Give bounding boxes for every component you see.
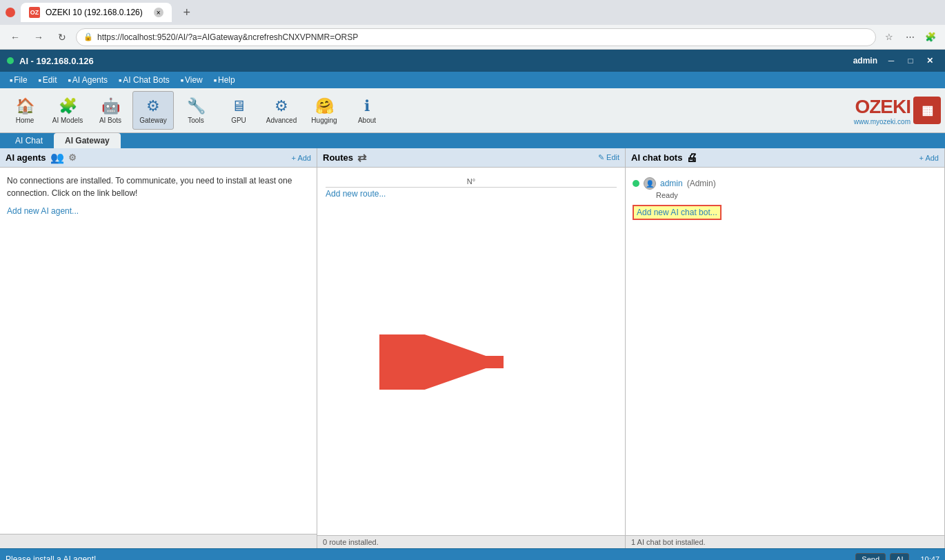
gateway-icon: ⚙ <box>146 97 160 115</box>
agents-footer <box>0 534 317 548</box>
tabbar: AI Chat AI Gateway <box>0 133 945 148</box>
chatbots-panel-header: AI chat bots 🖨 + Add <box>626 148 944 168</box>
ai-btn[interactable]: AI <box>890 553 909 561</box>
agents-panel-title: AI agents 👥 ⚙ <box>6 151 77 164</box>
ozeki-logo: OZEKI www.myozeki.com <box>854 96 911 126</box>
refresh-btn[interactable]: ↻ <box>52 28 72 47</box>
minimize-btn[interactable]: ─ <box>883 52 899 69</box>
browser-dot-red <box>6 8 15 17</box>
window-controls: ─ □ ✕ <box>883 52 938 69</box>
gateway-btn[interactable]: ⚙ Gateway <box>132 91 174 130</box>
tools-label: Tools <box>188 117 203 124</box>
forward-btn[interactable]: → <box>29 28 48 47</box>
gpu-btn[interactable]: 🖥 GPU <box>218 91 259 130</box>
tools-icon: 🔧 <box>187 97 206 115</box>
browser-tab-close[interactable]: × <box>154 8 163 17</box>
new-tab-btn[interactable]: + <box>177 3 197 22</box>
ai-models-icon: 🧩 <box>59 97 77 115</box>
ozeki-logo-icon: ▦ <box>913 97 941 124</box>
hugging-label: Hugging <box>311 117 337 124</box>
agents-add-btn[interactable]: + Add <box>292 154 311 162</box>
agents-settings-icon: ⚙ <box>68 152 77 163</box>
menu-ai-chat-bots[interactable]: AI Chat Bots <box>113 72 175 88</box>
chatbot-entry: 👤 admin (Admin) Ready <box>633 174 937 202</box>
ai-bots-btn[interactable]: 🤖 AI Bots <box>90 91 131 130</box>
chatbot-user-row: 👤 admin (Admin) <box>633 177 937 190</box>
chatbots-print-icon: 🖨 <box>686 152 697 164</box>
agents-message: No connections are installed. To communi… <box>7 174 310 199</box>
ozeki-logo-symbol: ▦ <box>922 103 933 118</box>
home-icon: 🏠 <box>16 97 34 115</box>
advanced-icon: ⚙ <box>275 97 288 115</box>
menu-view[interactable]: View <box>175 72 208 88</box>
browser-titlebar: OZ OZEKI 10 (192.168.0.126) × + <box>0 0 945 25</box>
about-label: About <box>358 117 376 124</box>
routes-panel-body: N° Add new route... <box>317 168 625 535</box>
more-btn[interactable]: ⋯ <box>901 28 919 46</box>
chatbots-panel-title: AI chat bots 🖨 <box>631 152 697 164</box>
add-ai-agent-link[interactable]: Add new AI agent... <box>7 206 79 216</box>
routes-icon: ⇄ <box>357 151 366 164</box>
browser-tab-icon: OZ <box>29 7 40 18</box>
tools-btn[interactable]: 🔧 Tools <box>175 91 217 130</box>
routes-table: N° Add new route... <box>324 174 618 200</box>
bookmark-btn[interactable]: ☆ <box>880 28 898 46</box>
chatbot-status-dot <box>633 180 639 187</box>
about-btn[interactable]: ℹ About <box>346 91 388 130</box>
send-btn[interactable]: Send <box>855 553 886 561</box>
home-btn[interactable]: 🏠 Home <box>4 91 46 130</box>
menu-file[interactable]: File <box>4 72 33 88</box>
add-new-route-link[interactable]: Add new route... <box>326 189 386 199</box>
gateway-label: Gateway <box>139 117 166 124</box>
chatbot-role: (Admin) <box>687 179 716 188</box>
browser-tab-title: OZEKI 10 (192.168.0.126) <box>46 8 143 17</box>
menu-edit[interactable]: Edit <box>33 72 63 88</box>
close-btn[interactable]: ✕ <box>922 52 938 69</box>
app-title: AI - 192.168.0.126 <box>19 56 94 66</box>
home-label: Home <box>16 117 34 124</box>
extensions-btn[interactable]: 🧩 <box>922 28 939 46</box>
statusbar-message: Please install a AI agent! <box>6 554 96 561</box>
gpu-label: GPU <box>231 117 246 124</box>
chatbots-panel-body: 👤 admin (Admin) Ready Add new AI chat bo… <box>626 168 944 535</box>
menu-help[interactable]: Help <box>208 72 241 88</box>
browser-dots <box>6 8 15 17</box>
routes-panel: Routes ⇄ ✎ Edit N° Add new route. <box>317 148 626 548</box>
agents-panel: AI agents 👥 ⚙ + Add No connections are i… <box>0 148 317 548</box>
app-status-dot <box>7 57 14 64</box>
agents-panel-body: No connections are installed. To communi… <box>0 168 317 534</box>
agents-panel-header: AI agents 👥 ⚙ + Add <box>0 148 317 168</box>
advanced-btn[interactable]: ⚙ Advanced <box>261 91 302 130</box>
ai-models-btn[interactable]: 🧩 AI Models <box>47 91 88 130</box>
menu-ai-agents[interactable]: AI Agents <box>63 72 114 88</box>
chatbots-add-btn[interactable]: + Add <box>919 154 939 162</box>
routes-panel-header: Routes ⇄ ✎ Edit <box>317 148 625 168</box>
ozeki-sub-text: www.myozeki.com <box>854 118 911 126</box>
statusbar: Please install a AI agent! Send AI 10:47 <box>0 548 945 560</box>
back-btn[interactable]: ← <box>6 28 25 47</box>
ai-bots-label: AI Bots <box>99 117 121 124</box>
browser-tab[interactable]: OZ OZEKI 10 (192.168.0.126) × <box>21 3 172 22</box>
routes-footer: 0 route installed. <box>317 535 625 548</box>
add-new-chat-bot-link[interactable]: Add new AI chat bot... <box>633 205 722 220</box>
routes-edit-btn[interactable]: ✎ Edit <box>598 153 619 162</box>
app-titlebar: AI - 192.168.0.126 admin ─ □ ✕ <box>0 50 945 72</box>
address-lock-icon: 🔒 <box>83 32 93 41</box>
maximize-btn[interactable]: □ <box>902 52 919 69</box>
ai-models-label: AI Models <box>52 117 83 124</box>
hugging-btn[interactable]: 🤗 Hugging <box>304 91 345 130</box>
chatbot-username[interactable]: admin <box>660 179 683 188</box>
routes-col-n: N° <box>326 176 617 188</box>
address-bar[interactable]: 🔒 https://localhost:9520/AI/?a=AIGateway… <box>76 28 876 46</box>
advanced-label: Advanced <box>266 117 297 124</box>
chatbot-ready-status: Ready <box>633 191 937 199</box>
routes-panel-title: Routes ⇄ <box>323 151 366 164</box>
tab-ai-chat[interactable]: AI Chat <box>4 133 54 148</box>
tab-ai-gateway[interactable]: AI Gateway <box>54 133 121 148</box>
clock: 10:47 <box>920 555 939 561</box>
admin-label: admin <box>853 56 877 66</box>
ai-bots-icon: 🤖 <box>101 97 120 115</box>
chatbots-panel: AI chat bots 🖨 + Add 👤 admin (Admin) Re <box>626 148 945 548</box>
about-icon: ℹ <box>364 97 370 115</box>
browser-toolbar: ← → ↻ 🔒 https://localhost:9520/AI/?a=AIG… <box>0 25 945 50</box>
